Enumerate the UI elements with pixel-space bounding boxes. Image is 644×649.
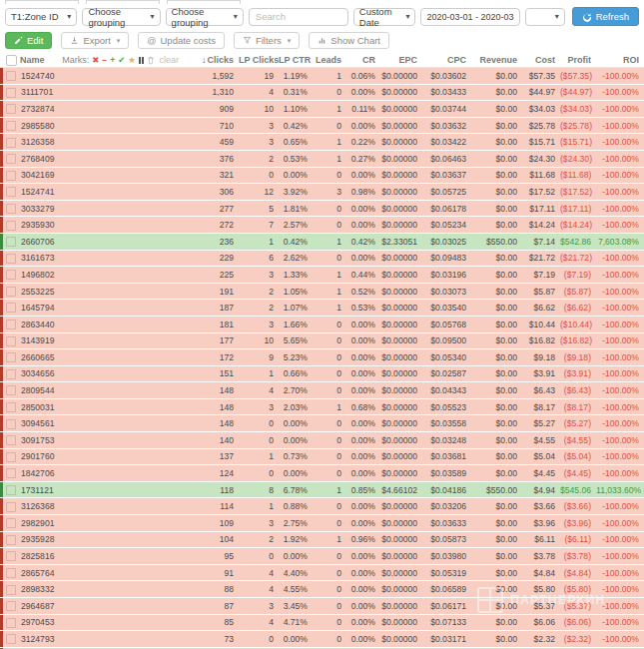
row-checkbox-cell[interactable] xyxy=(3,267,17,284)
row-checkbox[interactable] xyxy=(6,303,16,313)
row-checkbox[interactable] xyxy=(6,187,16,197)
column-header-lp-clicks[interactable]: LP Clicks xyxy=(239,53,279,68)
column-header-clicks[interactable]: ↓Clicks xyxy=(179,53,239,68)
row-checkbox[interactable] xyxy=(6,535,16,545)
row-name-link[interactable]: 2768409 xyxy=(17,150,179,167)
row-checkbox[interactable] xyxy=(6,88,16,98)
row-checkbox-cell[interactable] xyxy=(3,564,17,581)
column-header-cr[interactable]: CR xyxy=(346,53,380,68)
row-name-link[interactable]: 3033279 xyxy=(17,200,179,217)
column-header-revenue[interactable]: Revenue xyxy=(471,53,522,68)
row-name-link[interactable]: 3124793 xyxy=(17,631,179,648)
row-checkbox-cell[interactable] xyxy=(3,548,17,565)
row-checkbox-cell[interactable] xyxy=(3,481,17,498)
row-checkbox[interactable] xyxy=(6,352,16,362)
edit-button[interactable]: Edit xyxy=(5,32,52,49)
row-name-link[interactable]: 3111701 xyxy=(17,84,179,101)
show-chart-button[interactable]: Show Chart xyxy=(309,32,389,49)
row-checkbox[interactable] xyxy=(6,435,16,445)
row-name-link[interactable]: 1496802 xyxy=(17,267,179,284)
row-checkbox[interactable] xyxy=(6,601,16,611)
row-checkbox[interactable] xyxy=(6,121,16,131)
row-checkbox[interactable] xyxy=(6,585,16,595)
row-checkbox-cell[interactable] xyxy=(3,134,17,151)
row-name-link[interactable]: 3143919 xyxy=(17,332,179,349)
row-name-link[interactable]: 2553225 xyxy=(17,283,179,300)
row-name-link[interactable]: 3034656 xyxy=(17,365,179,382)
refresh-button[interactable]: Refresh xyxy=(572,7,639,26)
row-name-link[interactable]: 2982901 xyxy=(17,515,179,532)
row-checkbox[interactable] xyxy=(6,221,16,231)
row-name-link[interactable]: 2863440 xyxy=(17,316,179,332)
row-name-link[interactable]: 3126368 xyxy=(17,498,179,515)
row-checkbox-cell[interactable] xyxy=(3,117,17,134)
row-checkbox-cell[interactable] xyxy=(3,465,17,482)
row-checkbox-cell[interactable] xyxy=(3,515,17,532)
update-costs-button[interactable]: @ Update costs xyxy=(138,32,225,49)
row-name-link[interactable]: 2825816 xyxy=(17,548,179,565)
row-name-link[interactable]: 2970453 xyxy=(17,614,179,631)
row-checkbox[interactable] xyxy=(6,502,16,512)
row-name-link[interactable]: 1842706 xyxy=(17,465,179,482)
mark-plus-icon[interactable]: + xyxy=(110,56,115,65)
row-checkbox-cell[interactable] xyxy=(3,398,17,415)
row-checkbox-cell[interactable] xyxy=(3,498,17,515)
row-checkbox[interactable] xyxy=(6,104,16,114)
row-checkbox[interactable] xyxy=(6,568,16,578)
row-name-link[interactable]: 3042169 xyxy=(17,167,179,184)
row-checkbox[interactable] xyxy=(6,419,16,429)
row-checkbox-cell[interactable] xyxy=(3,415,17,432)
column-header-lp-ctr[interactable]: LP CTR xyxy=(279,53,313,68)
date-range-input[interactable] xyxy=(420,8,520,26)
row-checkbox-cell[interactable] xyxy=(3,598,17,615)
row-checkbox-cell[interactable] xyxy=(3,349,17,366)
row-name-link[interactable]: 2850031 xyxy=(17,398,179,415)
row-checkbox[interactable] xyxy=(6,154,16,164)
row-checkbox-cell[interactable] xyxy=(3,316,17,332)
row-name-link[interactable]: 2985580 xyxy=(17,117,179,134)
row-name-link[interactable]: 1524741 xyxy=(17,184,179,201)
row-name-link[interactable]: 1645794 xyxy=(17,300,179,317)
row-checkbox[interactable] xyxy=(6,71,16,81)
row-checkbox[interactable] xyxy=(6,171,16,181)
row-name-link[interactable]: 2732874 xyxy=(17,101,179,118)
row-checkbox-cell[interactable] xyxy=(3,250,17,267)
column-header-cpc[interactable]: CPC xyxy=(422,53,471,68)
row-checkbox-cell[interactable] xyxy=(3,631,17,648)
row-checkbox-cell[interactable] xyxy=(3,68,17,85)
column-header-cost[interactable]: Cost xyxy=(522,53,560,68)
row-checkbox[interactable] xyxy=(6,369,16,379)
row-checkbox[interactable] xyxy=(6,204,16,214)
row-name-link[interactable]: 2935928 xyxy=(17,531,179,548)
row-checkbox[interactable] xyxy=(6,237,16,247)
mark-star-icon[interactable]: ★ xyxy=(128,56,136,65)
mark-pause-icon[interactable] xyxy=(139,57,145,64)
row-name-link[interactable]: 2898332 xyxy=(17,581,179,598)
row-checkbox-cell[interactable] xyxy=(3,167,17,184)
date-preset-select[interactable]: Custom Date ▾ xyxy=(353,8,416,26)
row-name-link[interactable]: 2964687 xyxy=(17,598,179,615)
row-name-link[interactable]: 3094561 xyxy=(17,415,179,432)
row-name-link[interactable]: 3091753 xyxy=(17,432,179,449)
row-checkbox-cell[interactable] xyxy=(3,365,17,382)
row-name-link[interactable]: 2809544 xyxy=(17,382,179,399)
row-name-link[interactable]: 1524740 xyxy=(17,68,179,85)
row-checkbox[interactable] xyxy=(6,270,16,280)
row-checkbox-cell[interactable] xyxy=(3,101,17,118)
row-checkbox-cell[interactable] xyxy=(3,531,17,548)
row-checkbox[interactable] xyxy=(6,402,16,412)
row-checkbox-cell[interactable] xyxy=(3,200,17,217)
column-header-leads[interactable]: Leads xyxy=(313,53,346,68)
row-name-link[interactable]: 3126358 xyxy=(17,134,179,151)
row-checkbox-cell[interactable] xyxy=(3,581,17,598)
timezone-select[interactable]: ▾ xyxy=(525,8,564,26)
export-button[interactable]: Export ▾ xyxy=(61,32,129,49)
row-checkbox-cell[interactable] xyxy=(3,432,17,449)
row-checkbox-cell[interactable] xyxy=(3,233,17,250)
row-checkbox-cell[interactable] xyxy=(3,217,17,234)
column-header-name[interactable]: Name xyxy=(20,55,45,65)
row-checkbox[interactable] xyxy=(6,320,16,329)
row-checkbox[interactable] xyxy=(6,452,16,462)
row-checkbox[interactable] xyxy=(6,138,16,148)
trash-icon[interactable] xyxy=(147,56,155,65)
